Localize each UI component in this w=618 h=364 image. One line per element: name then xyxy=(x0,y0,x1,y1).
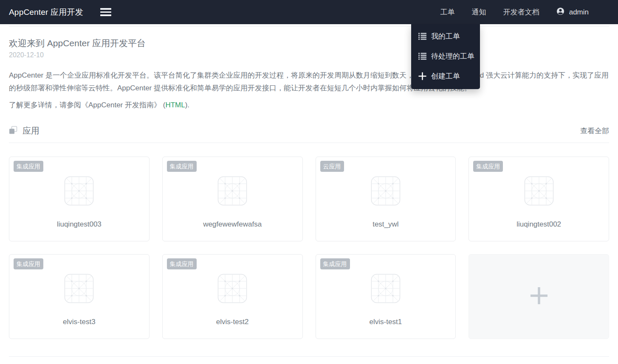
app-placeholder-icon xyxy=(371,274,401,305)
app-name: liuqingtest003 xyxy=(57,220,102,229)
app-grid: 集成应用 liuqingtest003 xyxy=(9,157,609,339)
app-type-badge: 集成应用 xyxy=(14,258,43,269)
app-placeholder-icon xyxy=(217,274,247,305)
nav-item-notifications[interactable]: 通知 xyxy=(472,7,486,17)
app-placeholder-icon xyxy=(217,176,247,207)
learn-more-suffix: ). xyxy=(185,101,189,109)
apps-icon xyxy=(9,126,17,136)
app-type-badge: 云应用 xyxy=(320,161,344,172)
navbar-right: 工单 通知 开发者文档 admin xyxy=(440,7,589,17)
work-order-dropdown: 我的工单 待处理的工单 创建工单 xyxy=(411,24,480,89)
welcome-title: 欢迎来到 AppCenter 应用开发平台 xyxy=(9,38,609,48)
app-card[interactable]: 集成应用 wegfewewfewafsa xyxy=(162,157,303,241)
app-name: elvis-test3 xyxy=(63,318,96,326)
app-card[interactable]: 集成应用 elvis-test3 xyxy=(9,254,150,339)
app-name: elvis-test1 xyxy=(370,318,402,326)
hamburger-menu-icon[interactable] xyxy=(99,6,112,18)
app-type-badge: 集成应用 xyxy=(167,258,197,269)
add-plus-icon xyxy=(530,287,548,306)
username: admin xyxy=(569,8,589,17)
dropdown-item-pending-work-orders[interactable]: 待处理的工单 xyxy=(411,46,480,66)
navbar: AppCenter 应用开发 工单 通知 开发者文档 admin xyxy=(0,0,618,24)
apps-section-header: 应用 查看全部 xyxy=(9,125,609,137)
app-type-badge: 集成应用 xyxy=(167,161,197,172)
nav-item-work-orders[interactable]: 工单 xyxy=(440,7,455,17)
dropdown-item-my-work-orders[interactable]: 我的工单 xyxy=(411,26,480,46)
app-card[interactable]: 云应用 test_ywl xyxy=(316,157,456,241)
app-name: elvis-test2 xyxy=(216,318,249,326)
dropdown-item-label: 我的工单 xyxy=(431,31,460,41)
add-app-card[interactable] xyxy=(468,254,609,339)
dropdown-item-create-work-order[interactable]: 创建工单 xyxy=(411,66,480,86)
bottom-divider xyxy=(9,356,609,357)
list-icon xyxy=(418,53,426,60)
user-circle-icon xyxy=(556,7,564,17)
learn-more-line: 了解更多详情，请参阅《AppCenter 开发指南》 (HTML). xyxy=(9,99,609,112)
top-divider xyxy=(9,26,609,27)
welcome-date: 2020-12-10 xyxy=(9,51,609,59)
view-all-link[interactable]: 查看全部 xyxy=(580,126,609,136)
apps-section-title: 应用 xyxy=(23,125,40,137)
app-placeholder-icon xyxy=(64,274,94,305)
dropdown-item-label: 待处理的工单 xyxy=(431,51,474,61)
learn-more-prefix: 了解更多详情，请参阅《AppCenter 开发指南》 ( xyxy=(9,101,165,109)
app-type-badge: 集成应用 xyxy=(473,161,503,172)
app-placeholder-icon xyxy=(371,176,401,207)
app-name: test_ywl xyxy=(372,220,398,229)
html-guide-link[interactable]: HTML xyxy=(165,101,185,109)
app-card[interactable]: 集成应用 liuqingtest002 xyxy=(468,157,609,241)
list-icon xyxy=(418,33,426,40)
user-menu[interactable]: admin xyxy=(556,7,589,17)
app-type-badge: 集成应用 xyxy=(320,258,350,269)
apps-divider xyxy=(9,143,609,143)
app-card[interactable]: 集成应用 elvis-test1 xyxy=(316,254,456,339)
app-name: wegfewewfewafsa xyxy=(203,220,262,229)
app-name: liuqingtest002 xyxy=(516,220,561,229)
plus-icon xyxy=(418,72,426,80)
app-placeholder-icon xyxy=(524,176,554,207)
app-placeholder-icon xyxy=(64,176,94,207)
welcome-paragraph: AppCenter 是一个企业应用标准化开发平台。该平台简化了集群类企业应用的开… xyxy=(9,69,609,95)
dropdown-item-label: 创建工单 xyxy=(431,71,460,81)
brand-title[interactable]: AppCenter 应用开发 xyxy=(9,7,83,18)
app-type-badge: 集成应用 xyxy=(14,161,43,172)
app-card[interactable]: 集成应用 liuqingtest003 xyxy=(9,157,150,241)
nav-item-developer-docs[interactable]: 开发者文档 xyxy=(503,7,539,17)
main-content: 欢迎来到 AppCenter 应用开发平台 2020-12-10 AppCent… xyxy=(0,26,618,357)
app-card[interactable]: 集成应用 elvis-test2 xyxy=(162,254,303,339)
